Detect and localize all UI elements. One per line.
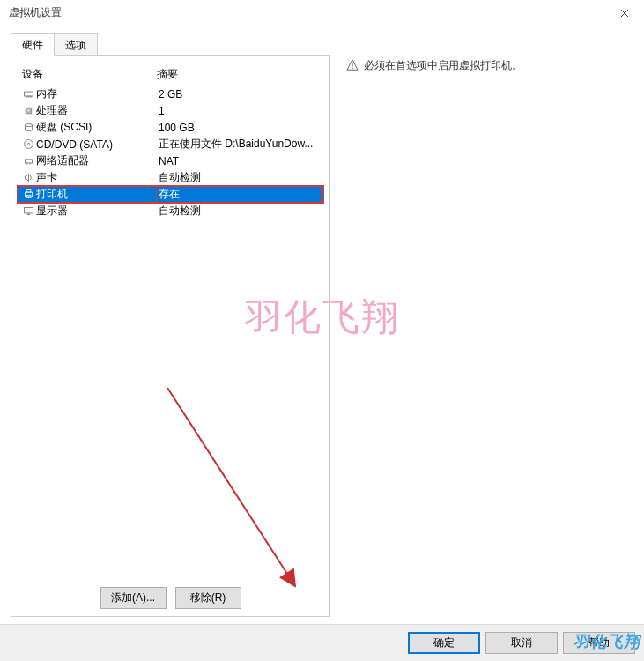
column-device[interactable]: 设备 xyxy=(20,67,157,82)
sound-icon xyxy=(20,172,36,183)
remove-button[interactable]: 移除(R) xyxy=(175,587,241,609)
device-summary: 自动检测 xyxy=(157,170,321,185)
device-name: 打印机 xyxy=(36,187,157,202)
printer-icon xyxy=(20,189,36,200)
device-summary: 正在使用文件 D:\BaiduYunDow... xyxy=(157,137,321,152)
close-icon xyxy=(620,9,629,18)
device-summary: 1 xyxy=(157,105,321,117)
device-name: 处理器 xyxy=(36,103,157,118)
warning-message: 必须在首选项中启用虚拟打印机。 xyxy=(346,58,626,73)
svg-point-8 xyxy=(25,123,32,126)
cancel-button[interactable]: 取消 xyxy=(485,632,558,654)
dialog-footer: 确定 取消 帮助 xyxy=(0,624,644,661)
svg-rect-7 xyxy=(26,109,29,112)
device-summary: NAT xyxy=(157,155,321,167)
cd-icon xyxy=(20,138,36,150)
device-name: 硬盘 (SCSI) xyxy=(36,120,157,135)
device-name: 声卡 xyxy=(36,170,157,185)
device-row[interactable]: 显示器自动检测 xyxy=(17,203,324,219)
svg-rect-6 xyxy=(26,108,32,114)
device-summary: 自动检测 xyxy=(157,204,321,219)
svg-point-21 xyxy=(352,68,352,69)
device-action-buttons: 添加(A)... 移除(R) xyxy=(17,580,324,609)
device-name: 显示器 xyxy=(36,204,157,219)
cpu-icon xyxy=(20,105,36,116)
svg-rect-17 xyxy=(24,207,33,213)
device-list-header: 设备 摘要 xyxy=(17,64,324,85)
device-panel: 设备 摘要 内存2 GB处理器1硬盘 (SCSI)100 GBCD/DVD (S… xyxy=(11,55,330,617)
device-row[interactable]: 处理器1 xyxy=(17,102,324,119)
device-name: CD/DVD (SATA) xyxy=(36,138,157,151)
close-button[interactable] xyxy=(604,0,644,26)
ok-button[interactable]: 确定 xyxy=(408,632,480,654)
device-row[interactable]: CD/DVD (SATA)正在使用文件 D:\BaiduYunDow... xyxy=(17,136,324,152)
add-button[interactable]: 添加(A)... xyxy=(100,587,167,609)
svg-rect-0 xyxy=(24,92,33,96)
titlebar: 虚拟机设置 xyxy=(0,0,644,26)
device-row[interactable]: 硬盘 (SCSI)100 GB xyxy=(17,119,324,136)
svg-point-10 xyxy=(27,143,29,145)
device-row[interactable]: 声卡自动检测 xyxy=(17,169,324,186)
warning-icon xyxy=(346,59,359,71)
help-button[interactable]: 帮助 xyxy=(563,632,635,654)
device-summary: 存在 xyxy=(157,187,321,202)
window-title: 虚拟机设置 xyxy=(9,5,62,20)
tab-hardware[interactable]: 硬件 xyxy=(11,33,55,56)
display-icon xyxy=(20,205,36,217)
network-icon xyxy=(20,155,36,167)
column-summary[interactable]: 摘要 xyxy=(157,67,321,82)
content-area: 硬件 选项 设备 摘要 内存2 GB处理器1硬盘 (SCSI)100 GBCD/… xyxy=(0,26,644,624)
device-list[interactable]: 内存2 GB处理器1硬盘 (SCSI)100 GBCD/DVD (SATA)正在… xyxy=(17,85,324,580)
device-name: 网络适配器 xyxy=(36,153,157,168)
svg-rect-11 xyxy=(25,160,32,163)
right-panel: 必须在首选项中启用虚拟打印机。 xyxy=(330,33,633,617)
device-row[interactable]: 打印机存在 xyxy=(17,186,324,203)
tab-options[interactable]: 选项 xyxy=(54,33,98,55)
tab-strip: 硬件 选项 xyxy=(11,33,330,55)
device-summary: 2 GB xyxy=(157,88,321,100)
disk-icon xyxy=(20,122,36,133)
warning-text: 必须在首选项中启用虚拟打印机。 xyxy=(364,58,522,73)
memory-icon xyxy=(20,88,36,100)
device-name: 内存 xyxy=(36,86,157,101)
device-row[interactable]: 内存2 GB xyxy=(17,85,324,102)
device-row[interactable]: 网络适配器NAT xyxy=(17,152,324,169)
svg-point-9 xyxy=(24,140,33,149)
left-panel: 硬件 选项 设备 摘要 内存2 GB处理器1硬盘 (SCSI)100 GBCD/… xyxy=(11,33,330,617)
device-summary: 100 GB xyxy=(157,122,321,134)
